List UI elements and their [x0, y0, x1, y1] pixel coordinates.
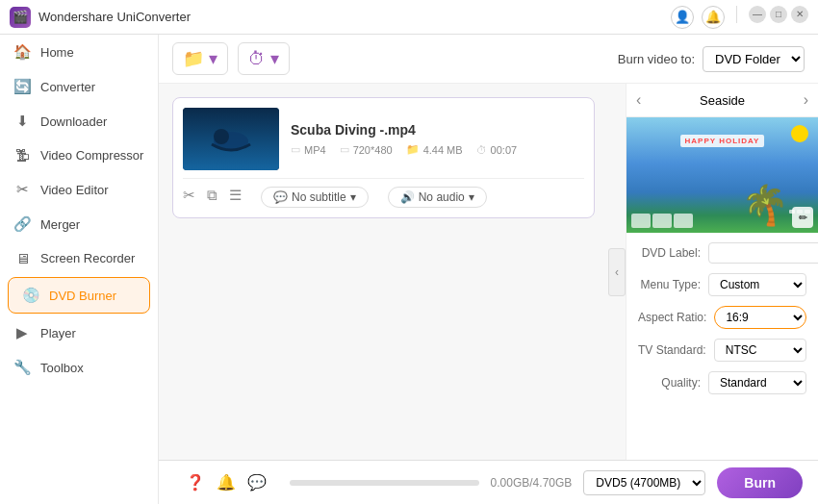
format-icon: ▭	[291, 143, 300, 156]
app-logo: 🎬	[10, 7, 31, 28]
dvd-label-row: DVD Label:	[638, 242, 806, 264]
video-card: Scuba Diving -.mp4 ▭ MP4 ▭ 720*480	[172, 97, 595, 218]
sidebar-item-toolbox[interactable]: 🔧 Toolbox	[0, 350, 158, 385]
sidebar-item-merger[interactable]: 🔗 Merger	[0, 207, 158, 241]
tv-standard-select[interactable]: NTSC PAL	[714, 339, 806, 362]
duration-icon: ⏱	[476, 144, 487, 156]
video-duration: ⏱ 00:07	[476, 143, 518, 156]
sidebar-item-video-compressor[interactable]: 🗜 Video Compressor	[0, 139, 158, 172]
player-icon: ▶	[13, 324, 31, 341]
quality-select[interactable]: Standard High Ultra	[708, 371, 806, 394]
right-panel: ‹ Seaside › HAPPY HOLIDAY 🌴	[626, 84, 818, 460]
template-name: Seaside	[700, 93, 745, 108]
video-size: 📁 4.44 MB	[406, 143, 463, 156]
quality-label: Quality:	[638, 376, 701, 390]
tv-standard-row: TV Standard: NTSC PAL	[638, 339, 806, 362]
collapse-panel-button[interactable]: ‹	[608, 248, 626, 296]
template-prev-button[interactable]: ‹	[636, 91, 641, 109]
cut-icon[interactable]: ✂	[183, 187, 195, 208]
burn-target-label: Burn video to:	[618, 52, 695, 66]
add-video-icon: 📁	[183, 48, 204, 69]
video-meta: ▭ MP4 ▭ 720*480 📁 4.44 MB	[291, 143, 584, 156]
dvd-size-section: DVD5 (4700MB) DVD9 (8500MB)	[583, 470, 705, 495]
holiday-text: HAPPY HOLIDAY	[680, 135, 765, 147]
video-resolution: ▭ 720*480	[340, 143, 393, 156]
bottom-icons: ❓ 🔔 💬	[174, 473, 278, 491]
sidebar-item-dvd-burner[interactable]: 💿 DVD Burner	[8, 277, 150, 314]
video-actions: ✂ ⧉ ☰ 💬 No subtitle ▾ 🔊	[183, 178, 584, 208]
copy-icon[interactable]: ⧉	[207, 187, 217, 208]
add-video-button[interactable]: 📁 ▾	[172, 42, 228, 75]
compressor-icon: 🗜	[13, 147, 31, 164]
video-thumbnail	[183, 108, 279, 170]
video-panel: Scuba Diving -.mp4 ▭ MP4 ▭ 720*480	[159, 84, 608, 460]
titlebar: 🎬 Wondershare UniConverter 👤 🔔 — □ ✕	[0, 0, 818, 35]
close-button[interactable]: ✕	[791, 6, 808, 23]
video-info: Scuba Diving -.mp4 ▭ MP4 ▭ 720*480	[291, 122, 584, 156]
dvd-burner-icon: 💿	[22, 287, 39, 304]
menu-type-row: Menu Type: Custom None Classic Modern	[638, 273, 806, 296]
palm-tree-decoration: 🌴	[741, 183, 789, 228]
toolbar: 📁 ▾ ⏱ ▾ Burn video to: DVD Folder DVD Di…	[159, 35, 818, 84]
bell-icon[interactable]: 🔔	[217, 473, 236, 491]
preview-edit-button[interactable]: ✏	[792, 207, 813, 228]
converter-icon: 🔄	[13, 78, 31, 95]
sidebar-item-converter[interactable]: 🔄 Converter	[0, 69, 158, 104]
template-next-button[interactable]: ›	[804, 91, 808, 109]
add-chapter-icon: ⏱	[248, 49, 266, 69]
preview-cards	[631, 214, 693, 228]
editor-icon: ✂	[13, 181, 31, 198]
sun-decoration	[791, 125, 808, 142]
downloader-icon: ⬇	[13, 113, 31, 130]
size-icon: 📁	[406, 143, 420, 156]
dvd-label-input[interactable]	[708, 242, 818, 264]
window-controls: 👤 🔔 — □ ✕	[671, 6, 808, 29]
menu-type-select[interactable]: Custom None Classic Modern	[708, 273, 806, 296]
user-icon[interactable]: 👤	[671, 6, 694, 29]
menu-icon[interactable]: ☰	[229, 187, 242, 208]
subtitle-chevron-icon: ▾	[350, 190, 356, 204]
burn-button[interactable]: Burn	[717, 467, 803, 498]
dvd-size-select[interactable]: DVD5 (4700MB) DVD9 (8500MB)	[583, 470, 705, 495]
audio-icon: 🔊	[400, 190, 415, 204]
burn-target-select[interactable]: DVD Folder DVD Disc ISO File	[703, 46, 805, 72]
app-title: Wondershare UniConverter	[38, 10, 671, 24]
resolution-icon: ▭	[340, 143, 349, 156]
help-icon[interactable]: ❓	[186, 473, 205, 491]
quality-row: Quality: Standard High Ultra	[638, 371, 806, 394]
bottom-bar: ❓ 🔔 💬 0.00GB/4.70GB DVD5 (4700MB) DVD9 (…	[159, 460, 818, 504]
minimize-button[interactable]: —	[749, 6, 766, 23]
merger-icon: 🔗	[13, 215, 31, 233]
add-chapter-button[interactable]: ⏱ ▾	[238, 42, 290, 75]
subtitle-icon: 💬	[273, 190, 288, 204]
video-format: ▭ MP4	[291, 143, 326, 156]
progress-bar	[290, 480, 479, 486]
aspect-ratio-row: Aspect Ratio: 16:9 4:3	[638, 306, 806, 329]
home-icon: 🏠	[13, 43, 31, 61]
settings-panel: DVD Label: Menu Type: Custom None Classi…	[626, 233, 818, 404]
template-preview: HAPPY HOLIDAY 🌴	[626, 117, 818, 233]
sidebar-item-video-editor[interactable]: ✂ Video Editor	[0, 172, 158, 207]
sidebar: 🏠 Home 🔄 Converter ⬇ Downloader 🗜 Video …	[0, 35, 159, 504]
maximize-button[interactable]: □	[770, 6, 787, 23]
add-video-label: ▾	[209, 48, 217, 69]
sidebar-item-player[interactable]: ▶ Player	[0, 315, 158, 350]
notification-bell-icon[interactable]: 🔔	[702, 6, 725, 29]
progress-text: 0.00GB/4.70GB	[491, 476, 573, 490]
template-nav: ‹ Seaside ›	[626, 84, 818, 117]
audio-chevron-icon: ▾	[469, 190, 474, 204]
tv-standard-label: TV Standard:	[638, 343, 706, 357]
audio-select[interactable]: 🔊 No audio ▾	[388, 187, 487, 208]
menu-type-label: Menu Type:	[638, 278, 701, 291]
screen-recorder-icon: 🖥	[13, 250, 31, 266]
feedback-icon[interactable]: 💬	[247, 473, 267, 491]
sidebar-item-home[interactable]: 🏠 Home	[0, 35, 158, 69]
toolbox-icon: 🔧	[13, 359, 31, 376]
sidebar-item-downloader[interactable]: ⬇ Downloader	[0, 104, 158, 139]
aspect-ratio-label: Aspect Ratio:	[638, 311, 706, 324]
dvd-label-label: DVD Label:	[638, 246, 701, 260]
sidebar-item-screen-recorder[interactable]: 🖥 Screen Recorder	[0, 241, 158, 275]
video-title: Scuba Diving -.mp4	[291, 122, 584, 138]
aspect-ratio-select[interactable]: 16:9 4:3	[714, 306, 806, 329]
subtitle-select[interactable]: 💬 No subtitle ▾	[261, 187, 369, 208]
